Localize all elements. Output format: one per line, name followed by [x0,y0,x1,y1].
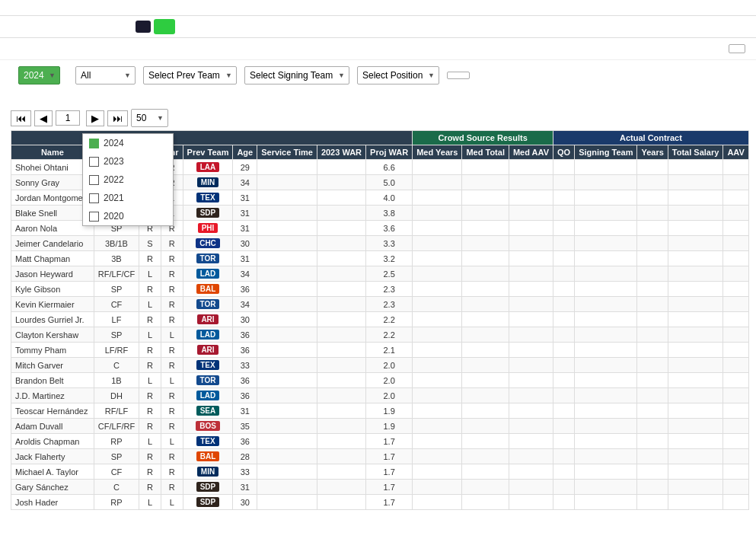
cell-service [257,190,317,206]
dropdown-checkbox [89,193,99,203]
prev-team-select[interactable]: Select Prev Team [143,66,237,84]
cell-med-aav [509,343,553,358]
cell-aav [723,266,748,282]
cell-name: Aaron Nola [11,221,94,236]
nav-bar [0,16,756,38]
cell-proj-war: 3.3 [366,236,413,251]
cell-med-total [462,343,509,358]
cell-years [637,190,668,206]
cell-thr: L [161,495,183,510]
first-page-button[interactable]: ⏮ [11,110,31,126]
cell-pos: C [94,480,139,495]
cell-total-salary [668,251,723,266]
cell-total-salary [668,160,723,175]
cell-name: Matt Chapman [11,251,94,266]
dropdown-option-label: 2021 [104,193,124,203]
position-select[interactable]: Select Position [357,66,439,84]
col-prev-team: Prev Team [183,145,233,160]
cell-war2023 [317,175,365,190]
nav-transaction-tracker[interactable] [41,16,59,37]
cell-thr: R [161,266,183,282]
cell-med-aav [509,221,553,236]
col-total-salary: Total Salary [668,145,723,160]
cell-pos: RP [94,495,139,510]
table-row: Gary Sánchez C R R SDP 31 1.7 [11,480,749,495]
next-page-button[interactable]: ▶ [86,110,104,126]
nav-injury-report[interactable] [59,16,78,37]
dropdown-checkbox [89,139,99,148]
cell-proj-war: 4.0 [366,190,413,206]
cell-service [257,495,317,510]
dropdown-option[interactable]: 2023 [83,152,173,171]
cell-pos: 3B/1B [94,236,139,251]
cell-team: ARI [183,343,233,358]
nav-free-agent-tracker[interactable] [154,19,175,34]
cell-bat: R [139,419,161,434]
cell-pos: RP [94,434,139,449]
cell-name: Teoscar Hernández [11,403,94,419]
cell-age: 31 [233,221,257,236]
cell-med-aav [509,464,553,480]
table-row: Adam Duvall CF/LF/RF R R BOS 35 1.9 [11,419,749,434]
cell-pos: LF/RF [94,343,139,358]
cell-age: 36 [233,373,257,388]
table-row: Tommy Pham LF/RF R R ARI 36 2.1 [11,343,749,358]
dropdown-option[interactable]: 2021 [83,189,173,207]
cell-qo [553,251,575,266]
signing-team-select[interactable]: Select Signing Team [244,66,349,84]
dropdown-option[interactable]: 2022 [83,171,173,189]
reset-button[interactable] [447,72,470,79]
cell-age: 34 [233,297,257,312]
cell-service [257,358,317,373]
cell-med-years [413,358,462,373]
signing-status-select[interactable]: All Signed Unsigned [75,66,136,84]
prev-team-wrapper: Select Prev Team [143,66,237,84]
year-select[interactable]: 2024 2023 2022 2021 2020 [18,66,60,84]
cell-aav [723,221,748,236]
cell-war2023 [317,480,365,495]
cell-thr: R [161,480,183,495]
download-excel-button[interactable] [729,44,745,53]
cell-bat: R [139,403,161,419]
last-page-button[interactable]: ⏭ [107,110,128,126]
nav-breakdowns[interactable] [114,16,132,37]
dropdown-option[interactable]: 2020 [83,207,173,225]
cell-total-salary [668,236,723,251]
cell-aav [723,480,748,495]
cell-thr: R [161,358,183,373]
cell-proj-war: 2.5 [366,266,413,282]
cell-name: Brandon Belt [11,373,94,388]
cell-proj-war: 2.2 [366,312,413,327]
cell-team: TEX [183,358,233,373]
nav-closer-depth-chart[interactable] [78,16,96,37]
cell-aav [723,297,748,312]
cell-team: CHC [183,236,233,251]
nav-payroll[interactable] [23,16,41,37]
cell-signing-team [575,358,637,373]
prev-page-button[interactable]: ◀ [34,110,53,126]
year-dropdown: 20242023202220212020 [82,133,174,226]
page-number-input[interactable] [56,110,80,126]
cell-total-salary [668,312,723,327]
cell-med-aav [509,419,553,434]
cell-aav [723,175,748,190]
cell-qo [553,403,575,419]
nav-depth-charts[interactable] [5,16,23,37]
cell-bat: R [139,312,161,327]
cell-proj-war: 1.9 [366,403,413,419]
col-age: Age [233,145,257,160]
cell-qo [553,266,575,282]
pagination-controls: ⏮ ◀ ▶ ⏭ 50 100 25 [11,109,168,127]
col-years: Years [637,145,668,160]
cell-aav [723,343,748,358]
nav-in-season-tools[interactable] [96,16,114,37]
cell-war2023 [317,297,365,312]
dropdown-option[interactable]: 2024 [83,134,173,152]
cell-age: 31 [233,206,257,221]
cell-age: 36 [233,343,257,358]
cell-name: Tommy Pham [11,343,94,358]
cell-war2023 [317,403,365,419]
per-page-select[interactable]: 50 100 25 [131,109,168,127]
cell-proj-war: 1.7 [366,480,413,495]
nav-milb-power-rankings[interactable] [136,21,151,33]
